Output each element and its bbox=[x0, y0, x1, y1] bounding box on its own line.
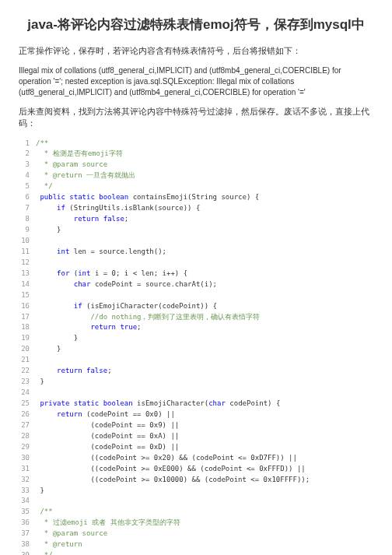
code-block: 1/**2 * 检测是否有emoji字符3 * @param source4 *… bbox=[19, 139, 373, 556]
line-content bbox=[36, 290, 373, 301]
code-line: 39 */ bbox=[19, 550, 373, 555]
line-content: * 过滤emoji 或者 其他非文字类型的字符 bbox=[36, 518, 373, 529]
line-content: * @param source bbox=[36, 529, 373, 539]
line-number: 38 bbox=[19, 539, 36, 550]
line-number: 1 bbox=[19, 139, 36, 149]
line-number: 12 bbox=[19, 258, 36, 269]
line-content: int len = source.length(); bbox=[36, 247, 373, 258]
line-number: 8 bbox=[19, 214, 36, 225]
line-content: private static boolean isEmojiCharacter(… bbox=[36, 399, 373, 409]
line-number: 39 bbox=[19, 550, 36, 555]
line-content: } bbox=[36, 225, 373, 236]
code-line: 24 bbox=[19, 388, 373, 399]
code-line: 26 return (codePoint == 0x0) || bbox=[19, 409, 373, 420]
line-content: */ bbox=[36, 550, 373, 555]
code-line: 15 bbox=[19, 290, 373, 301]
code-line: 30 ((codePoint >= 0x20) && (codePoint <=… bbox=[19, 453, 373, 464]
line-number: 5 bbox=[19, 181, 36, 192]
line-number: 36 bbox=[19, 518, 36, 529]
line-number: 26 bbox=[19, 409, 36, 420]
code-line: 31 ((codePoint >= 0xE000) && (codePoint … bbox=[19, 464, 373, 475]
code-line: 33 } bbox=[19, 486, 373, 497]
line-content: ((codePoint >= 0xE000) && (codePoint <= … bbox=[36, 464, 373, 475]
code-line: 13 for (int i = 0; i < len; i++) { bbox=[19, 269, 373, 279]
line-content: (codePoint == 0x9) || bbox=[36, 420, 373, 431]
line-number: 4 bbox=[19, 170, 36, 181]
line-content: ((codePoint >= 0x10000) && (codePoint <=… bbox=[36, 475, 373, 486]
line-content: } bbox=[36, 486, 373, 497]
code-line: 1/** bbox=[19, 139, 373, 149]
code-line: 4 * @return 一旦含有就抛出 bbox=[19, 170, 373, 181]
line-number: 30 bbox=[19, 453, 36, 464]
line-content: return (codePoint == 0x0) || bbox=[36, 409, 373, 420]
line-number: 13 bbox=[19, 269, 36, 279]
line-number: 11 bbox=[19, 247, 36, 258]
code-line: 10 bbox=[19, 236, 373, 247]
code-line: 18 return true; bbox=[19, 322, 373, 333]
code-line: 21 bbox=[19, 355, 373, 366]
code-line: 6 public static boolean containsEmoji(St… bbox=[19, 192, 373, 203]
line-number: 20 bbox=[19, 344, 36, 355]
line-content: * @return 一旦含有就抛出 bbox=[36, 170, 373, 181]
code-line: 2 * 检测是否有emoji字符 bbox=[19, 149, 373, 160]
line-content: * 检测是否有emoji字符 bbox=[36, 149, 373, 160]
line-number: 15 bbox=[19, 290, 36, 301]
intro-text: 正常操作评论，保存时，若评论内容含有特殊表情符号，后台将报错如下： bbox=[19, 44, 373, 58]
code-line: 25 private static boolean isEmojiCharact… bbox=[19, 399, 373, 409]
code-line: 22 return false; bbox=[19, 366, 373, 377]
line-number: 32 bbox=[19, 475, 36, 486]
line-content: return false; bbox=[36, 366, 373, 377]
code-line: 34 bbox=[19, 496, 373, 507]
line-number: 21 bbox=[19, 355, 36, 366]
code-line: 23 } bbox=[19, 377, 373, 388]
line-number: 34 bbox=[19, 496, 36, 507]
line-content: return true; bbox=[36, 322, 373, 333]
line-number: 29 bbox=[19, 442, 36, 453]
line-number: 14 bbox=[19, 279, 36, 290]
outro-text: 后来查阅资料，找到方法将其评论内容中特殊符号过滤掉，然后保存。废话不多说，直接上… bbox=[19, 106, 373, 129]
line-content bbox=[36, 388, 373, 399]
line-content: char codePoint = source.charAt(i); bbox=[36, 279, 373, 290]
line-number: 22 bbox=[19, 366, 36, 377]
line-content: if (isEmojiCharacter(codePoint)) { bbox=[36, 301, 373, 312]
line-content: return false; bbox=[36, 214, 373, 225]
line-number: 2 bbox=[19, 149, 36, 160]
line-content bbox=[36, 236, 373, 247]
line-number: 3 bbox=[19, 160, 36, 170]
code-line: 28 (codePoint == 0xA) || bbox=[19, 431, 373, 442]
line-number: 17 bbox=[19, 312, 36, 323]
code-line: 16 if (isEmojiCharacter(codePoint)) { bbox=[19, 301, 373, 312]
code-line: 32 ((codePoint >= 0x10000) && (codePoint… bbox=[19, 475, 373, 486]
code-line: 5 */ bbox=[19, 181, 373, 192]
line-number: 7 bbox=[19, 203, 36, 214]
line-number: 6 bbox=[19, 192, 36, 203]
line-content: if (StringUtils.isBlank(source)) { bbox=[36, 203, 373, 214]
line-content: for (int i = 0; i < len; i++) { bbox=[36, 269, 373, 279]
code-line: 7 if (StringUtils.isBlank(source)) { bbox=[19, 203, 373, 214]
line-number: 19 bbox=[19, 333, 36, 344]
code-line: 36 * 过滤emoji 或者 其他非文字类型的字符 bbox=[19, 518, 373, 529]
code-line: 38 * @return bbox=[19, 539, 373, 550]
line-number: 10 bbox=[19, 236, 36, 247]
line-number: 33 bbox=[19, 486, 36, 497]
line-content bbox=[36, 355, 373, 366]
line-content: } bbox=[36, 377, 373, 388]
code-line: 37 * @param source bbox=[19, 529, 373, 539]
code-line: 29 (codePoint == 0xD) || bbox=[19, 442, 373, 453]
code-line: 14 char codePoint = source.charAt(i); bbox=[19, 279, 373, 290]
line-number: 27 bbox=[19, 420, 36, 431]
page-title: java-将评论内容过滤特殊表情emoj符号，保存到mysql中 bbox=[19, 16, 373, 33]
line-content: */ bbox=[36, 181, 373, 192]
line-content: ((codePoint >= 0x20) && (codePoint <= 0x… bbox=[36, 453, 373, 464]
line-number: 23 bbox=[19, 377, 36, 388]
code-line: 9 } bbox=[19, 225, 373, 236]
line-number: 31 bbox=[19, 464, 36, 475]
line-content: (codePoint == 0xA) || bbox=[36, 431, 373, 442]
line-number: 16 bbox=[19, 301, 36, 312]
line-content: public static boolean containsEmoji(Stri… bbox=[36, 192, 373, 203]
line-number: 18 bbox=[19, 322, 36, 333]
line-content: * @param source bbox=[36, 160, 373, 170]
line-number: 9 bbox=[19, 225, 36, 236]
line-content: //do nothing，判断到了这里表明，确认有表情字符 bbox=[36, 312, 373, 323]
code-line: 12 bbox=[19, 258, 373, 269]
